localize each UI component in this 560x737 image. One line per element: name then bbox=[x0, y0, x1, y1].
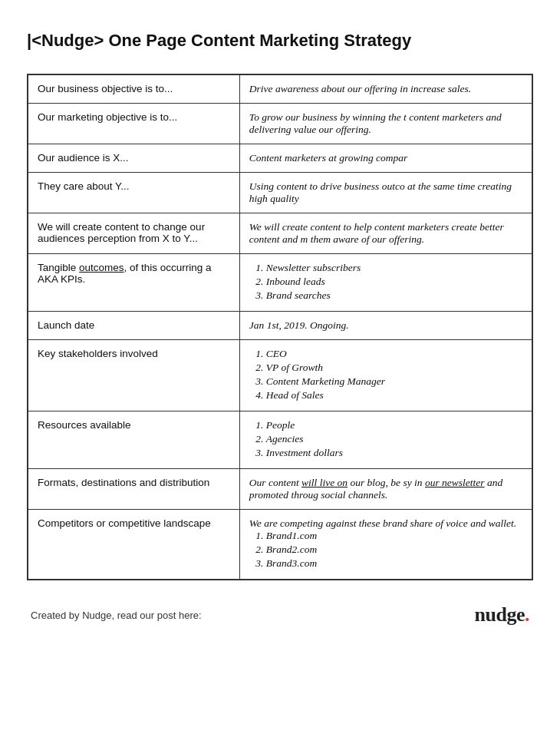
row-value: To grow our business by winning the t co… bbox=[239, 104, 532, 144]
row-value: People Agencies Investment dollars bbox=[239, 411, 532, 469]
row-label: Our marketing objective is to... bbox=[28, 104, 239, 144]
row-label: We will create content to change our aud… bbox=[28, 213, 239, 254]
footer-credit: Created by Nudge, read our post here: bbox=[31, 610, 202, 621]
row-label: Our audience is X... bbox=[28, 144, 239, 173]
row-value: Newsletter subscribers Inbound leads Bra… bbox=[239, 254, 532, 312]
table-row: Our marketing objective is to... To grow… bbox=[28, 104, 532, 144]
list-item: Brand searches bbox=[266, 289, 522, 302]
list-item: Inbound leads bbox=[266, 276, 522, 288]
stakeholders-list: CEO VP of Growth Content Marketing Manag… bbox=[249, 348, 522, 402]
footer: Created by Nudge, read our post here: nu… bbox=[27, 603, 533, 626]
row-label: Competitors or competitive landscape bbox=[28, 510, 239, 580]
row-value: Using content to drive business outco at… bbox=[239, 173, 532, 213]
strategy-table: Our business objective is to... Drive aw… bbox=[27, 74, 533, 580]
row-label: Key stakeholders involved bbox=[28, 340, 239, 411]
table-row: Our audience is X... Content marketers a… bbox=[28, 144, 532, 173]
row-value: Content marketers at growing compar bbox=[239, 144, 532, 173]
list-item: VP of Growth bbox=[266, 362, 522, 374]
nudge-logo: nudge. bbox=[475, 603, 529, 626]
list-item: Brand1.com bbox=[266, 530, 522, 542]
table-row: They care about Y... Using content to dr… bbox=[28, 173, 532, 213]
table-row: Formats, destinations and distribution O… bbox=[28, 469, 532, 510]
row-value: Jan 1st, 2019. Ongoing. bbox=[239, 312, 532, 340]
row-value: We will create content to help content m… bbox=[239, 213, 532, 254]
table-row: Launch date Jan 1st, 2019. Ongoing. bbox=[28, 312, 532, 340]
list-item: People bbox=[266, 419, 522, 431]
row-value: Drive awareness about our offering in in… bbox=[239, 74, 532, 104]
table-row: Tangible outcomes, of this occurring a A… bbox=[28, 254, 532, 312]
table-row: Competitors or competitive landscape We … bbox=[28, 510, 532, 580]
table-row: We will create content to change our aud… bbox=[28, 213, 532, 254]
table-row: Resources available People Agencies Inve… bbox=[28, 411, 532, 469]
logo-dot: . bbox=[525, 603, 529, 626]
list-item: Newsletter subscribers bbox=[266, 262, 522, 274]
competitors-list: Brand1.com Brand2.com Brand3.com bbox=[249, 530, 522, 570]
table-row: Our business objective is to... Drive aw… bbox=[28, 74, 532, 104]
row-label: Resources available bbox=[28, 411, 239, 469]
row-label: Our business objective is to... bbox=[28, 74, 239, 104]
kpis-list: Newsletter subscribers Inbound leads Bra… bbox=[249, 262, 522, 302]
row-value: We are competing against these brand sha… bbox=[239, 510, 532, 580]
table-row: Key stakeholders involved CEO VP of Grow… bbox=[28, 340, 532, 411]
list-item: Brand3.com bbox=[266, 557, 522, 570]
row-label: Formats, destinations and distribution bbox=[28, 469, 239, 510]
list-item: Head of Sales bbox=[266, 389, 522, 402]
row-value: CEO VP of Growth Content Marketing Manag… bbox=[239, 340, 532, 411]
list-item: Agencies bbox=[266, 433, 522, 445]
row-label: They care about Y... bbox=[28, 173, 239, 213]
list-item: Investment dollars bbox=[266, 447, 522, 459]
list-item: Content Marketing Manager bbox=[266, 375, 522, 388]
list-item: CEO bbox=[266, 348, 522, 360]
list-item: Brand2.com bbox=[266, 544, 522, 556]
row-value: Our content will live on our blog, be sy… bbox=[239, 469, 532, 510]
resources-list: People Agencies Investment dollars bbox=[249, 419, 522, 459]
row-label: Tangible outcomes, of this occurring a A… bbox=[28, 254, 239, 312]
page-title: |<Nudge> One Page Content Marketing Stra… bbox=[27, 31, 533, 51]
row-label: Launch date bbox=[28, 312, 239, 340]
